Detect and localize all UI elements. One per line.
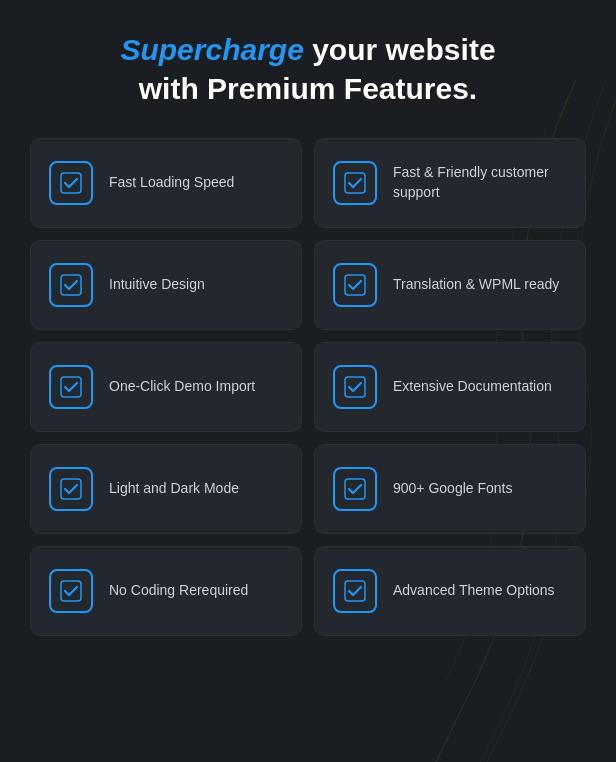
feature-card-fast-support: Fast & Friendly customer support: [314, 138, 586, 228]
feature-label-google-fonts: 900+ Google Fonts: [393, 479, 512, 499]
feature-card-light-dark-mode: Light and Dark Mode: [30, 444, 302, 534]
feature-card-intuitive-design: Intuitive Design: [30, 240, 302, 330]
check-icon-google-fonts: [333, 467, 377, 511]
feature-card-no-coding: No Coding Rerequired: [30, 546, 302, 636]
feature-label-light-dark-mode: Light and Dark Mode: [109, 479, 239, 499]
title-supercharge: Supercharge: [120, 33, 303, 66]
check-icon-extensive-docs: [333, 365, 377, 409]
main-container: Supercharge your website with Premium Fe…: [0, 0, 616, 666]
feature-label-one-click-demo: One-Click Demo Import: [109, 377, 255, 397]
feature-card-translation-wpml: Translation & WPML ready: [314, 240, 586, 330]
feature-card-extensive-docs: Extensive Documentation: [314, 342, 586, 432]
feature-card-one-click-demo: One-Click Demo Import: [30, 342, 302, 432]
feature-label-intuitive-design: Intuitive Design: [109, 275, 205, 295]
check-icon-advanced-theme: [333, 569, 377, 613]
check-icon-one-click-demo: [49, 365, 93, 409]
check-icon-intuitive-design: [49, 263, 93, 307]
feature-label-fast-support: Fast & Friendly customer support: [393, 163, 567, 202]
page-header: Supercharge your website with Premium Fe…: [30, 30, 586, 108]
feature-label-fast-loading: Fast Loading Speed: [109, 173, 234, 193]
check-icon-fast-support: [333, 161, 377, 205]
feature-card-google-fonts: 900+ Google Fonts: [314, 444, 586, 534]
check-icon-no-coding: [49, 569, 93, 613]
page-title: Supercharge your website with Premium Fe…: [30, 30, 586, 108]
check-icon-fast-loading: [49, 161, 93, 205]
feature-card-advanced-theme: Advanced Theme Options: [314, 546, 586, 636]
check-icon-light-dark-mode: [49, 467, 93, 511]
feature-label-extensive-docs: Extensive Documentation: [393, 377, 552, 397]
feature-label-no-coding: No Coding Rerequired: [109, 581, 248, 601]
features-grid: Fast Loading Speed Fast & Friendly custo…: [30, 138, 586, 636]
feature-card-fast-loading: Fast Loading Speed: [30, 138, 302, 228]
feature-label-translation-wpml: Translation & WPML ready: [393, 275, 559, 295]
check-icon-translation-wpml: [333, 263, 377, 307]
feature-label-advanced-theme: Advanced Theme Options: [393, 581, 555, 601]
